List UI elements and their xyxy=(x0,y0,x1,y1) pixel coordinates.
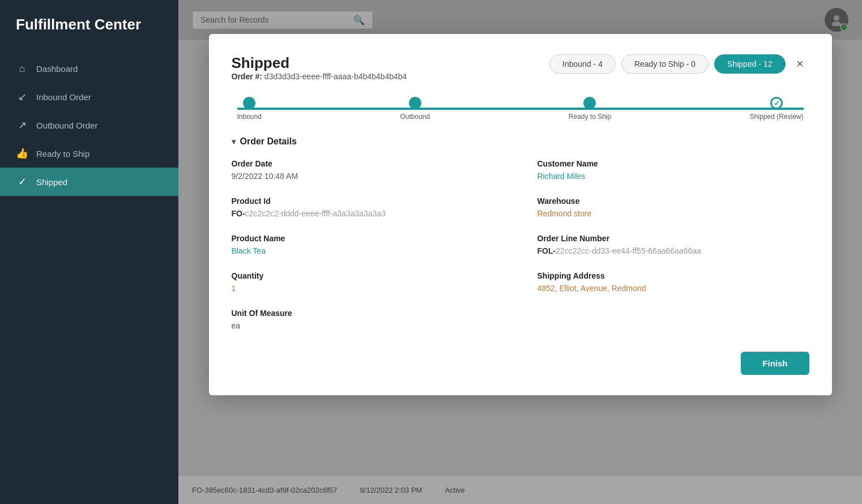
product-id-label: Product Id xyxy=(232,197,503,206)
step-inbound: Inbound xyxy=(237,97,262,121)
checkmark-icon: ✓ xyxy=(774,99,780,108)
unit-value: ea xyxy=(232,321,503,330)
modal-header-right: Inbound - 4 Ready to Ship - 0 Shipped - … xyxy=(549,54,809,74)
step-circle-inbound xyxy=(243,97,255,109)
product-name-value: Black Tea xyxy=(232,246,503,255)
order-number-value: d3d3d3d3-eeee-ffff-aaaa-b4b4b4b4b4b4 xyxy=(264,72,407,81)
tab-ready-to-ship[interactable]: Ready to Ship - 0 xyxy=(621,54,709,74)
step-label-outbound: Outbound xyxy=(400,113,430,121)
thumbsup-icon: 👍 xyxy=(16,147,28,160)
product-name-field: Product Name Black Tea xyxy=(232,234,503,255)
quantity-value: 1 xyxy=(232,284,503,293)
step-outbound: Outbound xyxy=(400,97,430,121)
app-title: Fulfillment Center xyxy=(0,0,178,49)
step-ready-to-ship: Ready to Ship xyxy=(569,97,611,121)
product-id-rest: c2c2c2c2-dddd-eeee-ffff-a3a3a3a3a3a3 xyxy=(245,209,386,218)
modal: Shipped Order #: d3d3d3d3-eeee-ffff-aaaa… xyxy=(209,34,832,395)
step-circle-ready xyxy=(583,97,596,109)
details-grid: Order Date 9/2/2022 10:48 AM Product Id … xyxy=(232,159,809,346)
order-line-rest: 22cc22cc-dd33-ee44-ff55-66aa66aa66aa xyxy=(556,246,701,255)
shipping-address-value: 4852, Elliot, Avenue, Redmond xyxy=(537,284,809,293)
progress-steps: Inbound Outbound Ready to Ship xyxy=(237,97,804,121)
warehouse-field: Warehouse Redmond store xyxy=(537,197,809,218)
modal-title: Shipped xyxy=(232,54,407,72)
order-date-field: Order Date 9/2/2022 10:48 AM xyxy=(232,159,503,181)
product-id-field: Product Id FO-c2c2c2c2-dddd-eeee-ffff-a3… xyxy=(232,197,503,218)
sidebar-item-dashboard[interactable]: ⌂ Dashboard xyxy=(0,55,178,83)
step-circle-shipped: ✓ xyxy=(770,97,783,109)
step-shipped-review: ✓ Shipped (Review) xyxy=(750,97,804,121)
product-name-label: Product Name xyxy=(232,234,503,243)
modal-overlay: Shipped Order #: d3d3d3d3-eeee-ffff-aaaa… xyxy=(178,0,862,504)
order-details-label: Order Details xyxy=(240,136,297,147)
order-line-field: Order Line Number FOL-22cc22cc-dd33-ee44… xyxy=(537,234,809,255)
home-icon: ⌂ xyxy=(16,63,28,75)
sidebar-item-inbound-order[interactable]: ↙ Inbound Order xyxy=(0,83,178,111)
close-button[interactable]: × xyxy=(791,55,809,73)
sidebar-item-label: Shipped xyxy=(36,177,67,187)
order-date-value: 9/2/2022 10:48 AM xyxy=(232,172,503,181)
customer-name-field: Customer Name Richard Miles xyxy=(537,159,809,181)
details-right-col: Customer Name Richard Miles Warehouse Re… xyxy=(537,159,809,346)
step-circle-outbound xyxy=(409,97,421,109)
quantity-label: Quantity xyxy=(232,271,503,280)
modal-left: Shipped Order #: d3d3d3d3-eeee-ffff-aaaa… xyxy=(232,54,407,93)
shipping-address-label: Shipping Address xyxy=(537,271,809,280)
shipping-address-field: Shipping Address 4852, Elliot, Avenue, R… xyxy=(537,271,809,293)
chevron-down-icon: ▾ xyxy=(232,137,236,146)
inbound-icon: ↙ xyxy=(16,91,28,103)
progress-bar-section: Inbound Outbound Ready to Ship xyxy=(232,97,809,121)
order-line-value: FOL-22cc22cc-dd33-ee44-ff55-66aa66aa66aa xyxy=(537,246,809,255)
sidebar-item-label: Inbound Order xyxy=(36,92,91,102)
unit-field: Unit Of Measure ea xyxy=(232,309,503,330)
sidebar-nav: ⌂ Dashboard ↙ Inbound Order ↗ Outbound O… xyxy=(0,55,178,196)
outbound-icon: ↗ xyxy=(16,119,28,131)
finish-button[interactable]: Finish xyxy=(741,352,809,375)
product-id-value: FO-c2c2c2c2-dddd-eeee-ffff-a3a3a3a3a3a3 xyxy=(232,209,503,218)
modal-header: Shipped Order #: d3d3d3d3-eeee-ffff-aaaa… xyxy=(232,54,809,93)
product-id-prefix: FO- xyxy=(232,209,245,218)
unit-label: Unit Of Measure xyxy=(232,309,503,318)
tab-shipped[interactable]: Shipped - 12 xyxy=(714,54,785,74)
customer-name-label: Customer Name xyxy=(537,159,809,168)
sidebar-item-ready-to-ship[interactable]: 👍 Ready to Ship xyxy=(0,139,178,168)
modal-tabs: Inbound - 4 Ready to Ship - 0 Shipped - … xyxy=(549,54,785,74)
step-label-shipped: Shipped (Review) xyxy=(750,113,804,121)
details-left-col: Order Date 9/2/2022 10:48 AM Product Id … xyxy=(232,159,503,346)
sidebar: Fulfillment Center ⌂ Dashboard ↙ Inbound… xyxy=(0,0,178,504)
order-number-label: Order #: xyxy=(232,72,262,81)
progress-track: Inbound Outbound Ready to Ship xyxy=(237,97,804,121)
step-label-ready: Ready to Ship xyxy=(569,113,611,121)
warehouse-value: Redmond store xyxy=(537,209,809,218)
customer-name-value: Richard Miles xyxy=(537,172,809,181)
sidebar-item-label: Ready to Ship xyxy=(36,149,89,159)
warehouse-label: Warehouse xyxy=(537,197,809,206)
main-content: 🔍 Shipped Order #: d3d3d3d3-eeee-ffff-aa… xyxy=(178,0,862,504)
check-circle-icon: ✓ xyxy=(16,176,28,188)
quantity-field: Quantity 1 xyxy=(232,271,503,293)
order-date-label: Order Date xyxy=(232,159,503,168)
sidebar-item-outbound-order[interactable]: ↗ Outbound Order xyxy=(0,111,178,139)
tab-inbound[interactable]: Inbound - 4 xyxy=(549,54,616,74)
step-label-inbound: Inbound xyxy=(237,113,262,121)
sidebar-item-shipped[interactable]: ✓ Shipped xyxy=(0,168,178,196)
sidebar-item-label: Outbound Order xyxy=(36,121,97,130)
order-details-toggle[interactable]: ▾ Order Details xyxy=(232,136,809,147)
modal-footer: Finish xyxy=(232,352,809,375)
sidebar-item-label: Dashboard xyxy=(36,64,78,74)
order-line-prefix: FOL- xyxy=(537,246,556,255)
order-number-row: Order #: d3d3d3d3-eeee-ffff-aaaa-b4b4b4b… xyxy=(232,72,407,81)
order-line-label: Order Line Number xyxy=(537,234,809,243)
